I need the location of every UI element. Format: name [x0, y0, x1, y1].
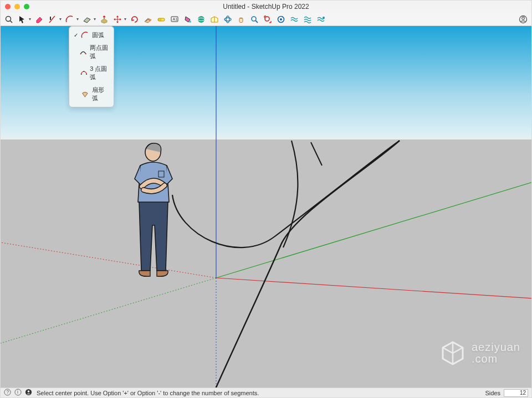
- window-controls: [5, 4, 29, 9]
- model-stroke-1: [172, 141, 400, 247]
- svg-text:i: i: [17, 389, 18, 395]
- text-tool-icon[interactable]: A1: [170, 14, 180, 24]
- arc-menu-item-arc[interactable]: ✓ 圆弧: [70, 29, 112, 42]
- zoom-tool-icon[interactable]: [249, 14, 259, 24]
- add-location-icon[interactable]: [196, 14, 206, 24]
- help-icon[interactable]: ?: [4, 389, 11, 397]
- axis-red: [216, 278, 531, 298]
- svg-point-15: [226, 16, 229, 23]
- arc-menu-item-3pt[interactable]: 3 点圆弧: [70, 63, 112, 84]
- pushpull-tool-icon[interactable]: [99, 14, 109, 24]
- zoom-window-button[interactable]: [24, 4, 29, 9]
- svg-point-29: [83, 71, 84, 72]
- axis-red-neg: [1, 242, 216, 278]
- close-window-button[interactable]: [5, 4, 11, 9]
- arc-2pt-icon: [80, 48, 86, 56]
- line-dropdown-icon[interactable]: ▾: [59, 17, 62, 22]
- info-icon[interactable]: i: [14, 389, 22, 397]
- extension2-icon[interactable]: [289, 14, 299, 24]
- svg-point-20: [280, 18, 282, 20]
- account-icon[interactable]: [518, 14, 528, 24]
- arc-menu-label: 两点圆弧: [90, 44, 110, 60]
- paint-tool-icon[interactable]: [183, 14, 193, 24]
- rectangle-tool-icon[interactable]: [82, 14, 92, 24]
- svg-text:?: ?: [6, 389, 9, 395]
- svg-line-1: [11, 20, 13, 23]
- pan-tool-icon[interactable]: [236, 14, 246, 24]
- signin-icon[interactable]: [25, 389, 32, 397]
- svg-point-26: [80, 53, 81, 54]
- model-stroke-3: [283, 141, 298, 247]
- svg-point-28: [80, 74, 81, 75]
- window-title: Untitled - SketchUp Pro 2022: [1, 3, 531, 11]
- svg-point-21: [323, 17, 325, 19]
- extension3-icon[interactable]: [303, 14, 313, 24]
- select-tool-icon[interactable]: [17, 14, 27, 24]
- search-icon[interactable]: [4, 14, 14, 24]
- move-tool-icon[interactable]: [112, 14, 122, 24]
- scale-figure: [135, 143, 172, 277]
- rotate-tool-icon[interactable]: [130, 14, 140, 24]
- svg-line-17: [255, 20, 258, 23]
- offset-tool-icon[interactable]: [143, 14, 153, 24]
- select-dropdown-icon[interactable]: ▾: [28, 17, 31, 22]
- app-window: Untitled - SketchUp Pro 2022 ▾ ▾ ▾ ▾ ▾: [0, 0, 532, 398]
- svg-point-0: [6, 16, 11, 21]
- svg-point-27: [85, 53, 86, 54]
- axis-green-neg: [1, 278, 216, 343]
- tape-tool-icon[interactable]: [156, 14, 166, 24]
- svg-text:A1: A1: [173, 17, 178, 21]
- arc-pie-icon: [81, 90, 89, 99]
- arc-center-icon: [81, 31, 89, 39]
- svg-point-14: [224, 18, 231, 21]
- zoom-extents-icon[interactable]: [263, 14, 273, 24]
- status-hint: Select center point. Use Option '+' or O…: [37, 390, 259, 396]
- 3d-warehouse-icon[interactable]: [209, 14, 219, 24]
- arc-menu-label: 3 点圆弧: [90, 65, 110, 81]
- svg-point-23: [522, 17, 525, 19]
- arc-menu-label: 圆弧: [92, 31, 104, 39]
- arc-dropdown-icon[interactable]: ▾: [76, 17, 79, 22]
- svg-point-16: [252, 17, 256, 21]
- vcb-label: Sides: [485, 390, 500, 396]
- model-stroke-4: [311, 142, 322, 166]
- line-tool-icon[interactable]: [48, 14, 58, 24]
- move-dropdown-icon[interactable]: ▾: [124, 17, 126, 22]
- status-bar: ? i Select center point. Use Option '+' …: [1, 387, 531, 397]
- svg-point-30: [86, 74, 87, 75]
- orbit-tool-icon[interactable]: [223, 14, 233, 24]
- arc-menu-label: 扇形弧: [92, 86, 110, 102]
- extension-icon[interactable]: [276, 14, 286, 24]
- axis-green: [216, 182, 531, 278]
- arc-tool-icon[interactable]: [65, 14, 75, 24]
- svg-point-10: [189, 20, 191, 23]
- main-toolbar: ▾ ▾ ▾ ▾ ▾ A1: [1, 13, 531, 26]
- minimize-window-button[interactable]: [14, 4, 20, 9]
- check-icon: ✓: [73, 32, 78, 38]
- extension4-icon[interactable]: [316, 14, 326, 24]
- svg-point-18: [265, 17, 269, 21]
- arc-menu-item-pie[interactable]: 扇形弧: [70, 84, 112, 105]
- model-stroke-2: [216, 141, 400, 387]
- rect-dropdown-icon[interactable]: ▾: [93, 17, 96, 22]
- svg-rect-2: [50, 17, 51, 20]
- arc-3pt-icon: [80, 69, 88, 77]
- vcb-input[interactable]: 12: [504, 389, 528, 397]
- svg-point-36: [28, 390, 30, 392]
- svg-point-11: [198, 16, 204, 23]
- arc-menu-item-2pt[interactable]: 两点圆弧: [70, 42, 112, 63]
- eraser-tool-icon[interactable]: [34, 14, 44, 24]
- arc-tool-menu: ✓ 圆弧 两点圆弧 3 点圆弧 扇形弧: [69, 26, 114, 107]
- titlebar: Untitled - SketchUp Pro 2022: [1, 1, 531, 13]
